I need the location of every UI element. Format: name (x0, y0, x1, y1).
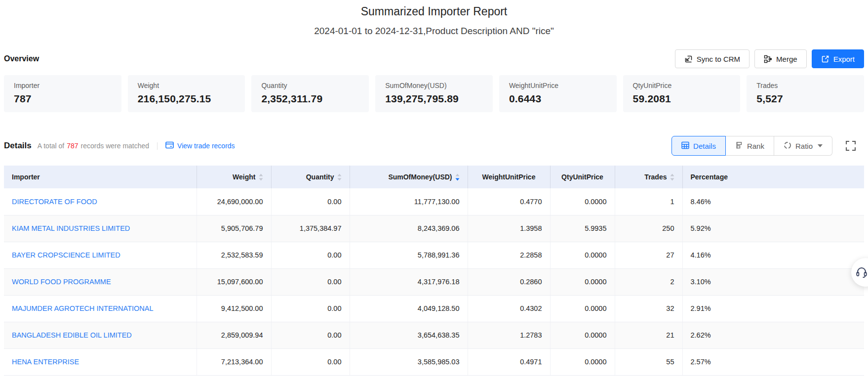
column-header-sum-of-money[interactable]: SumOfMoney(USD) (350, 166, 468, 188)
sort-arrows-icon (670, 173, 674, 181)
cell-quantity: 0.00 (271, 268, 350, 295)
importer-link[interactable]: KIAM METAL INDUSTRIES LIMITED (12, 224, 130, 232)
toggle-details-view[interactable]: Details (671, 136, 726, 156)
cell-qty-unit-price: 0.0000 (550, 268, 615, 295)
stat-label: Trades (756, 82, 854, 89)
column-header-weight[interactable]: Weight (197, 166, 271, 188)
table-row: MAJUMDER AGROTECH INTERNATIONAL 9,412,50… (4, 295, 864, 322)
stat-value: 59.2081 (633, 93, 731, 105)
importer-link[interactable]: WORLD FOOD PROGRAMME (12, 278, 111, 286)
stat-value: 5,527 (756, 93, 854, 105)
stat-label: Quantity (261, 82, 359, 89)
cell-weight: 24,690,000.00 (197, 188, 271, 215)
merge-icon (764, 55, 772, 63)
stat-label: Weight (138, 82, 236, 89)
toggle-details-label: Details (693, 142, 716, 150)
stat-card: Trades 5,527 (747, 75, 864, 112)
stat-label: SumOfMoney(USD) (385, 82, 483, 89)
importer-link[interactable]: HENA ENTERPRISE (12, 358, 79, 366)
cell-weight-unit-price: 0.2860 (468, 268, 550, 295)
export-button[interactable]: Export (812, 49, 864, 68)
merge-button[interactable]: Merge (754, 49, 807, 68)
view-trade-records-label: View trade records (177, 142, 235, 150)
cell-importer: MAJUMDER AGROTECH INTERNATIONAL (4, 295, 197, 322)
cell-qty-unit-price: 0.0000 (550, 242, 615, 268)
cell-weight-unit-price: 1.2783 (468, 322, 550, 348)
cell-quantity: 1,375,384.97 (271, 215, 350, 242)
cell-importer: BAYER CROPSCIENCE LIMITED (4, 242, 197, 268)
overview-label: Overview (4, 54, 39, 63)
sync-to-crm-label: Sync to CRM (697, 55, 740, 63)
details-bar: Details A total of 787 records were matc… (0, 136, 868, 156)
cell-weight: 5,905,706.79 (197, 215, 271, 242)
column-header-weight-unit-price: WeightUnitPrice (468, 166, 550, 188)
browser-window-icon (165, 141, 174, 150)
cell-sum-of-money: 4,049,128.50 (350, 295, 468, 322)
records-matched-prefix: A total of (38, 142, 64, 150)
cell-trades: 2 (615, 268, 682, 295)
cell-trades: 21 (615, 322, 682, 348)
stat-label: WeightUnitPrice (509, 82, 607, 89)
report-subtitle: 2024-01-01 to 2024-12-31,Product Descrip… (0, 26, 868, 37)
circular-ratio-icon (784, 141, 791, 151)
table-row: HENA ENTERPRISE 7,213,364.00 0.00 3,585,… (4, 348, 864, 375)
toggle-ratio-view[interactable]: Ratio (774, 136, 832, 156)
toggle-ratio-label: Ratio (795, 142, 813, 150)
cell-weight: 15,097,600.00 (197, 268, 271, 295)
caret-down-icon (818, 144, 823, 147)
importer-link[interactable]: BAYER CROPSCIENCE LIMITED (12, 251, 120, 259)
cell-quantity: 0.00 (271, 242, 350, 268)
cell-qty-unit-price: 0.0000 (550, 188, 615, 215)
stat-value: 2,352,311.79 (261, 93, 359, 105)
cell-importer: WORLD FOOD PROGRAMME (4, 268, 197, 295)
cell-qty-unit-price: 0.0000 (550, 322, 615, 348)
details-label: Details (4, 141, 32, 151)
sort-arrows-icon (259, 173, 263, 181)
cell-percentage: 2.91% (682, 295, 864, 322)
column-header-quantity[interactable]: Quantity (271, 166, 350, 188)
stat-value: 139,275,795.89 (385, 93, 483, 105)
cell-trades: 55 (615, 348, 682, 375)
table-header-row: Importer Weight Quantity SumOfMoney(USD)… (4, 166, 864, 188)
sync-to-crm-button[interactable]: Sync to CRM (675, 49, 750, 68)
stat-label: QtyUnitPrice (633, 82, 731, 89)
cell-weight: 2,859,009.94 (197, 322, 271, 348)
table-body: DIRECTORATE OF FOOD 24,690,000.00 0.00 1… (4, 188, 864, 375)
details-left: Details A total of 787 records were matc… (4, 141, 235, 151)
cell-trades: 250 (615, 215, 682, 242)
view-trade-records-link[interactable]: View trade records (165, 141, 235, 150)
overview-stats: Importer 787 Weight 216,150,275.15 Quant… (0, 75, 868, 112)
stat-card: QtyUnitPrice 59.2081 (623, 75, 741, 112)
cell-percentage: 5.92% (682, 215, 864, 242)
cell-importer: HENA ENTERPRISE (4, 348, 197, 375)
cell-sum-of-money: 3,585,985.03 (350, 348, 468, 375)
export-label: Export (833, 55, 855, 63)
divider (157, 142, 158, 150)
column-header-qty-unit-price: QtyUnitPrice (550, 166, 615, 188)
cell-weight: 7,213,364.00 (197, 348, 271, 375)
cell-sum-of-money: 11,777,130.00 (350, 188, 468, 215)
export-icon (821, 55, 829, 63)
cell-sum-of-money: 5,788,991.36 (350, 242, 468, 268)
importer-link[interactable]: BANGLADESH EDIBLE OIL LIMITED (12, 331, 132, 339)
fullscreen-button[interactable] (845, 140, 856, 151)
page-title: Summarized Importer Report (0, 5, 868, 18)
column-header-importer: Importer (4, 166, 197, 188)
cell-qty-unit-price: 0.0000 (550, 348, 615, 375)
cell-importer: BANGLADESH EDIBLE OIL LIMITED (4, 322, 197, 348)
table-row: WORLD FOOD PROGRAMME 15,097,600.00 0.00 … (4, 268, 864, 295)
importer-link[interactable]: MAJUMDER AGROTECH INTERNATIONAL (12, 304, 154, 312)
stat-label: Importer (14, 82, 112, 89)
column-header-trades[interactable]: Trades (615, 166, 682, 188)
importer-link[interactable]: DIRECTORATE OF FOOD (12, 198, 97, 206)
stat-value: 787 (14, 93, 112, 105)
sort-arrows-icon-desc-active (455, 173, 460, 181)
cell-percentage: 8.46% (682, 188, 864, 215)
cell-weight-unit-price: 1.3958 (468, 215, 550, 242)
cell-weight-unit-price: 0.4302 (468, 295, 550, 322)
table-row: BAYER CROPSCIENCE LIMITED 2,532,583.59 0… (4, 242, 864, 268)
view-toggle-group: Details Rank Ratio (671, 136, 832, 156)
cell-trades: 1 (615, 188, 682, 215)
toggle-rank-view[interactable]: Rank (726, 136, 774, 156)
cell-importer: DIRECTORATE OF FOOD (4, 188, 197, 215)
